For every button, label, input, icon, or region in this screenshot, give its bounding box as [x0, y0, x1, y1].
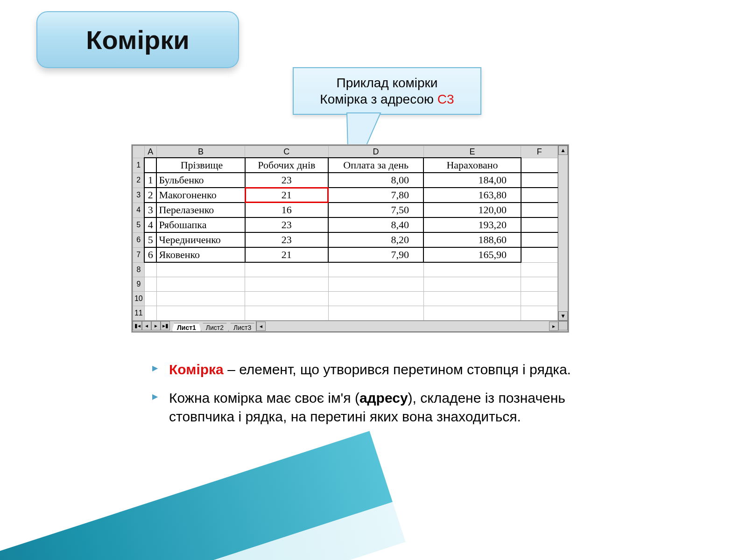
table-row[interactable]: 6 5 Чередниченко 23 8,20 188,60 — [133, 232, 558, 247]
cell[interactable]: Перелазенко — [156, 203, 245, 217]
cell[interactable]: 2 — [144, 188, 156, 203]
cell[interactable]: 23 — [245, 232, 329, 247]
cell[interactable]: 5 — [144, 232, 156, 247]
cell[interactable]: Робочих днів — [245, 158, 329, 173]
row-header[interactable]: 5 — [133, 217, 145, 232]
row-header[interactable]: 4 — [133, 203, 145, 217]
tab-nav-first-icon[interactable]: ▮◂ — [133, 321, 142, 330]
col-header-C[interactable]: C — [245, 146, 329, 158]
table-row[interactable]: 1 Прізвище Робочих днів Оплата за день Н… — [133, 158, 558, 173]
cell[interactable] — [156, 306, 245, 321]
scroll-right-icon[interactable]: ▸ — [549, 322, 558, 331]
sheet-tab[interactable]: Лист2 — [201, 323, 229, 331]
table-row[interactable]: 10 — [133, 292, 558, 306]
column-header-row[interactable]: A B C D E F — [133, 146, 558, 158]
cell[interactable] — [521, 292, 558, 306]
cell[interactable]: 23 — [245, 173, 329, 188]
cell[interactable]: 3 — [144, 203, 156, 217]
cell[interactable] — [521, 247, 558, 262]
select-all-corner[interactable] — [133, 146, 145, 158]
cell[interactable]: Оплата за день — [328, 158, 423, 173]
cell[interactable]: 8,00 — [328, 173, 423, 188]
cell[interactable] — [423, 292, 521, 306]
cell[interactable] — [423, 277, 521, 292]
cell[interactable] — [423, 262, 521, 277]
row-header[interactable]: 11 — [133, 306, 145, 321]
cell[interactable] — [144, 277, 156, 292]
cell[interactable]: Макогоненко — [156, 188, 245, 203]
cell[interactable]: 184,00 — [423, 173, 521, 188]
cell[interactable] — [521, 232, 558, 247]
cell[interactable]: 4 — [144, 217, 156, 232]
col-header-A[interactable]: A — [144, 146, 156, 158]
row-header[interactable]: 9 — [133, 277, 145, 292]
row-header[interactable]: 7 — [133, 247, 145, 262]
cell[interactable] — [144, 292, 156, 306]
horizontal-scrollbar[interactable]: ◂ ▸ — [256, 321, 558, 331]
col-header-B[interactable]: B — [156, 146, 245, 158]
cell[interactable]: 23 — [245, 217, 329, 232]
cell[interactable]: 6 — [144, 247, 156, 262]
col-header-D[interactable]: D — [328, 146, 423, 158]
scroll-down-icon[interactable]: ▼ — [558, 311, 568, 321]
col-header-F[interactable]: F — [521, 146, 558, 158]
tab-nav-last-icon[interactable]: ▸▮ — [161, 321, 170, 330]
tab-nav-next-icon[interactable]: ▸ — [151, 321, 161, 330]
cell[interactable]: Бульбенко — [156, 173, 245, 188]
cell[interactable] — [144, 262, 156, 277]
cell[interactable] — [521, 277, 558, 292]
table-row[interactable]: 9 — [133, 277, 558, 292]
cell[interactable]: 7,80 — [328, 188, 423, 203]
vertical-scrollbar[interactable]: ▲ ▼ — [558, 146, 568, 321]
cell[interactable]: Нараховано — [423, 158, 521, 173]
row-header[interactable]: 3 — [133, 188, 145, 203]
selected-cell-c3[interactable]: 21 — [245, 188, 329, 203]
cell[interactable]: 193,20 — [423, 217, 521, 232]
cell[interactable] — [245, 262, 329, 277]
table-row[interactable]: 7 6 Яковенко 21 7,90 165,90 — [133, 247, 558, 262]
cell[interactable]: Прізвище — [156, 158, 245, 173]
cell[interactable] — [328, 277, 423, 292]
sheet-tab[interactable]: Лист3 — [228, 323, 256, 331]
cell[interactable]: Чередниченко — [156, 232, 245, 247]
cell[interactable]: 7,90 — [328, 247, 423, 262]
table-row[interactable]: 2 1 Бульбенко 23 8,00 184,00 — [133, 173, 558, 188]
table-row[interactable]: 5 4 Рябошапка 23 8,40 193,20 — [133, 217, 558, 232]
grid[interactable]: A B C D E F 1 Прізвище Робочих днів Опла… — [133, 146, 558, 321]
cell[interactable] — [521, 188, 558, 203]
cell[interactable] — [156, 262, 245, 277]
cell[interactable]: 16 — [245, 203, 329, 217]
cell[interactable] — [156, 292, 245, 306]
cell[interactable]: Рябошапка — [156, 217, 245, 232]
cell[interactable]: 165,90 — [423, 247, 521, 262]
cell[interactable] — [245, 277, 329, 292]
table-row[interactable]: 8 — [133, 262, 558, 277]
cell[interactable] — [521, 217, 558, 232]
cell[interactable] — [245, 306, 329, 321]
cell[interactable]: 120,00 — [423, 203, 521, 217]
cell[interactable] — [423, 306, 521, 321]
cell[interactable]: Яковенко — [156, 247, 245, 262]
tab-nav-prev-icon[interactable]: ◂ — [142, 321, 151, 330]
cell[interactable]: 1 — [144, 173, 156, 188]
cell[interactable]: 7,50 — [328, 203, 423, 217]
scroll-left-icon[interactable]: ◂ — [256, 322, 266, 331]
cell[interactable]: 188,60 — [423, 232, 521, 247]
cell[interactable] — [144, 158, 156, 173]
scroll-up-icon[interactable]: ▲ — [558, 146, 568, 155]
cell[interactable]: 8,20 — [328, 232, 423, 247]
row-header[interactable]: 1 — [133, 158, 145, 173]
row-header[interactable]: 2 — [133, 173, 145, 188]
cell[interactable] — [144, 306, 156, 321]
cell[interactable] — [521, 203, 558, 217]
cell[interactable] — [521, 173, 558, 188]
cell[interactable]: 8,40 — [328, 217, 423, 232]
row-header[interactable]: 8 — [133, 262, 145, 277]
cell[interactable] — [521, 306, 558, 321]
cell[interactable] — [521, 158, 558, 173]
cell[interactable] — [328, 306, 423, 321]
cell[interactable]: 163,80 — [423, 188, 521, 203]
row-header[interactable]: 6 — [133, 232, 145, 247]
cell[interactable] — [328, 262, 423, 277]
table-row[interactable]: 3 2 Макогоненко 21 7,80 163,80 — [133, 188, 558, 203]
